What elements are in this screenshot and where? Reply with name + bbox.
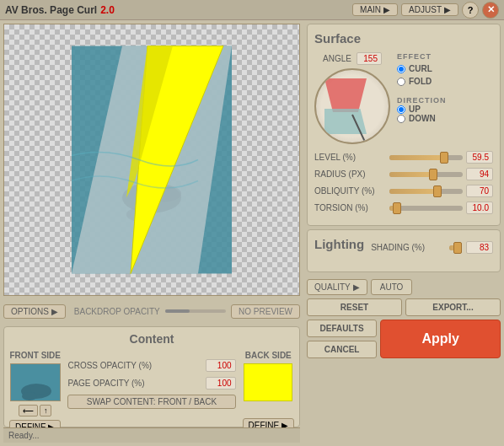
reset-export-row: RESET EXPORT... — [307, 298, 501, 316]
app-title: AV Bros. Page Curl — [5, 4, 97, 16]
obliquity-value: 70 — [466, 185, 493, 197]
fold-label: FOLD — [409, 77, 432, 86]
down-label: DOWN — [409, 114, 436, 123]
up-label: UP — [409, 105, 421, 114]
shading-slider[interactable] — [449, 245, 459, 250]
center-content: CROSS OPACITY (%) 100 PAGE OPACITY (%) 1… — [67, 351, 235, 409]
page-opacity-row: PAGE OPACITY (%) 100 — [67, 377, 235, 390]
right-panel: Surface ANGLE 155 — [303, 20, 504, 446]
main-layout: OPTIONS ▶ BACKDROP OPACITY NO PREVIEW Co… — [0, 20, 504, 446]
angle-label-row: ANGLE 155 — [323, 52, 382, 65]
lighting-section: Lighting SHADING (%) 83 — [307, 229, 501, 272]
title-bar-right: MAIN ▶ ADJUST ▶ ? ✕ — [352, 2, 499, 19]
help-button[interactable]: ? — [462, 2, 479, 19]
reset-button[interactable]: RESET — [307, 298, 402, 316]
backdrop-slider[interactable] — [165, 309, 226, 313]
preview-area — [3, 24, 300, 296]
curl-radio-row: CURL — [397, 64, 447, 73]
title-bar-left: AV Bros. Page Curl 2.0 — [5, 4, 115, 16]
back-side: BACK SIDE DEFINE ▶ — [243, 351, 294, 433]
level-label: LEVEL (%) — [314, 153, 386, 162]
torsion-value: 10.0 — [466, 202, 493, 214]
auto-button[interactable]: AUTO — [371, 279, 413, 295]
torsion-slider[interactable] — [389, 206, 463, 211]
app-version: 2.0 — [100, 4, 115, 16]
cancel-apply-row: DEFAULTS CANCEL Apply — [307, 320, 501, 358]
adjust-button[interactable]: ADJUST ▶ — [401, 3, 458, 16]
surface-title: Surface — [314, 31, 493, 46]
page-opacity-label: PAGE OPACITY (%) — [67, 379, 201, 388]
level-value: 59.5 — [466, 151, 493, 164]
quality-button[interactable]: QUALITY ▶ — [307, 279, 367, 295]
fold-radio-row: FOLD — [397, 77, 447, 86]
status-bar: Ready... — [3, 427, 300, 443]
cross-opacity-row: CROSS OPACITY (%) 100 — [67, 359, 235, 372]
lighting-title: Lighting — [314, 237, 364, 251]
backdrop-slider-fill — [165, 309, 190, 313]
direction-label: DIRECTION — [397, 96, 447, 105]
cancel-button[interactable]: CANCEL — [307, 341, 377, 358]
front-arrow-left[interactable]: ⟵ — [19, 405, 38, 416]
curl-label: CURL — [409, 64, 432, 73]
lighting-header: Lighting SHADING (%) 83 — [314, 237, 493, 258]
quality-row: QUALITY ▶ AUTO — [307, 279, 501, 295]
slider-section: LEVEL (%) 59.5 RADIUS (PX) 94 — [314, 151, 493, 214]
obliquity-label: OBLIQUITY (%) — [314, 186, 386, 196]
radius-slider[interactable] — [389, 172, 463, 177]
bottom-controls-row: OPTIONS ▶ BACKDROP OPACITY NO PREVIEW — [3, 299, 300, 323]
content-header: Content — [9, 332, 294, 346]
angle-label: ANGLE — [323, 54, 351, 63]
down-radio[interactable] — [397, 115, 405, 123]
back-thumb — [244, 363, 292, 401]
title-bar: AV Bros. Page Curl 2.0 MAIN ▶ ADJUST ▶ ?… — [0, 0, 504, 20]
radius-slider-row: RADIUS (PX) 94 — [314, 168, 493, 180]
direction-area: DIRECTION UP DOWN — [397, 96, 447, 123]
radius-value: 94 — [466, 168, 493, 180]
content-body: FRONT SIDE ⟵ ↑ DEFINE ▶ — [9, 351, 294, 434]
swap-button[interactable]: SWAP CONTENT: FRONT / BACK — [67, 395, 235, 409]
back-thumb-controls — [267, 405, 270, 415]
fold-radio[interactable] — [397, 78, 405, 86]
level-slider-row: LEVEL (%) 59.5 — [314, 151, 493, 164]
shading-label: SHADING (%) — [371, 243, 442, 252]
angle-area: ANGLE 155 — [314, 52, 390, 144]
angle-value: 155 — [357, 52, 382, 65]
effect-area: EFFECT CURL FOLD DIRECTION UP — [397, 52, 447, 144]
content-section: Content FRONT SIDE ⟵ ↑ — [3, 326, 300, 427]
cross-opacity-value: 100 — [206, 359, 236, 372]
preview-button[interactable]: NO PREVIEW — [231, 304, 300, 319]
defaults-button[interactable]: DEFAULTS — [307, 320, 377, 337]
front-arrow-up[interactable]: ↑ — [40, 405, 52, 416]
torsion-label: TORSION (%) — [314, 203, 386, 212]
surface-top: ANGLE 155 — [314, 52, 493, 144]
action-section: QUALITY ▶ AUTO RESET EXPORT... DEFAULTS … — [307, 279, 501, 358]
radius-label: RADIUS (PX) — [314, 169, 386, 179]
effect-label: EFFECT — [397, 52, 447, 61]
page-opacity-value: 100 — [206, 377, 236, 390]
dial-red-area — [324, 78, 367, 112]
export-button[interactable]: EXPORT... — [405, 298, 501, 316]
shading-value: 83 — [466, 241, 493, 254]
backdrop-label: BACKDROP OPACITY — [74, 307, 160, 316]
torsion-slider-row: TORSION (%) 10.0 — [314, 202, 493, 214]
apply-button[interactable]: Apply — [380, 320, 501, 358]
front-side-label: FRONT SIDE — [9, 351, 61, 360]
close-button[interactable]: ✕ — [482, 2, 499, 19]
level-slider[interactable] — [389, 155, 463, 160]
up-radio[interactable] — [397, 105, 405, 114]
page-curl-preview — [4, 24, 299, 295]
surface-section: Surface ANGLE 155 — [307, 24, 501, 226]
front-side: FRONT SIDE ⟵ ↑ DEFINE ▶ — [9, 351, 61, 434]
status-text: Ready... — [8, 431, 40, 440]
up-radio-row: UP — [397, 105, 447, 114]
obliquity-slider-row: OBLIQUITY (%) 70 — [314, 185, 493, 197]
front-thumb-controls: ⟵ ↑ — [19, 405, 52, 416]
obliquity-slider[interactable] — [389, 189, 463, 194]
cross-opacity-label: CROSS OPACITY (%) — [67, 361, 201, 370]
curl-radio[interactable] — [397, 65, 405, 73]
angle-dial[interactable] — [314, 68, 390, 144]
main-button[interactable]: MAIN ▶ — [352, 3, 398, 16]
front-thumb — [10, 363, 61, 401]
left-panel: OPTIONS ▶ BACKDROP OPACITY NO PREVIEW Co… — [0, 20, 303, 446]
options-button[interactable]: OPTIONS ▶ — [3, 304, 66, 319]
